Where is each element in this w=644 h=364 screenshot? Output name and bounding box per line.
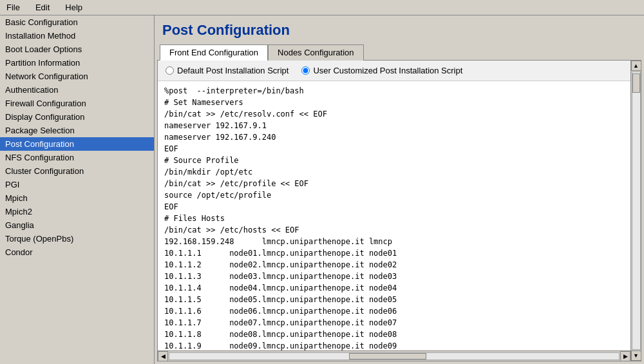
- vscroll-down-btn[interactable]: ▼: [631, 350, 641, 361]
- menubar: File Edit Help: [0, 0, 644, 15]
- sidebar-item-partition-information[interactable]: Partition Information: [0, 56, 154, 70]
- sidebar-item-mpich[interactable]: Mpich: [0, 191, 154, 205]
- panel: Default Post Installation Script User Cu…: [157, 60, 641, 361]
- sidebar-item-ganglia[interactable]: Ganglia: [0, 218, 154, 232]
- sidebar-item-basic-configuration[interactable]: Basic Configuration: [0, 15, 154, 29]
- sidebar-item-network-configuration[interactable]: Network Configuration: [0, 70, 154, 83]
- hscroll-left-btn[interactable]: ◀: [158, 351, 168, 361]
- sidebar-item-installation-method[interactable]: Installation Method: [0, 29, 154, 43]
- panel-main: Default Post Installation Script User Cu…: [158, 61, 630, 361]
- sidebar-item-authentication[interactable]: Authentication: [0, 83, 154, 97]
- radio-default-label: Default Post Installation Script: [177, 66, 289, 75]
- sidebar-item-pgi[interactable]: PGI: [0, 178, 154, 191]
- radio-default-input[interactable]: [166, 66, 174, 75]
- page-title: Post Configuration: [157, 18, 641, 44]
- radio-custom-input[interactable]: [301, 66, 310, 75]
- radio-default[interactable]: Default Post Installation Script: [166, 66, 289, 75]
- radio-custom-label: User Customized Post Installation Script: [313, 66, 462, 75]
- tab-bar: Front End Configuration Nodes Configurat…: [157, 44, 641, 60]
- sidebar-item-condor[interactable]: Condor: [0, 245, 154, 259]
- sidebar-item-torque-openpbs[interactable]: Torque (OpenPbs): [0, 232, 154, 245]
- sidebar-item-nfs-configuration[interactable]: NFS Configuration: [0, 151, 154, 164]
- main-container: Basic ConfigurationInstallation MethodBo…: [0, 15, 644, 364]
- sidebar-item-boot-loader-options[interactable]: Boot Loader Options: [0, 43, 154, 56]
- sidebar-item-display-configuration[interactable]: Display Configuration: [0, 110, 154, 124]
- content-area: Post Configuration Front End Configurati…: [155, 15, 644, 364]
- sidebar-item-post-configuration[interactable]: Post Configuration: [0, 137, 154, 151]
- radio-custom[interactable]: User Customized Post Installation Script: [301, 66, 462, 75]
- vscroll-track[interactable]: [632, 72, 641, 350]
- hscroll-track[interactable]: [169, 352, 620, 360]
- radio-row: Default Post Installation Script User Cu…: [158, 61, 630, 81]
- sidebar-item-package-selection[interactable]: Package Selection: [0, 124, 154, 137]
- hscroll-right-btn[interactable]: ▶: [620, 351, 630, 361]
- sidebar-item-firewall-configuration[interactable]: Firewall Configuration: [0, 97, 154, 110]
- sidebar-item-mpich2[interactable]: Mpich2: [0, 205, 154, 218]
- menu-help[interactable]: Help: [61, 1, 86, 14]
- vscroll-up-btn[interactable]: ▲: [631, 61, 641, 71]
- hscroll-bar: ◀ ▶: [158, 350, 630, 361]
- sidebar: Basic ConfigurationInstallation MethodBo…: [0, 15, 155, 364]
- vscroll-thumb[interactable]: [632, 73, 640, 93]
- panel-inner: Default Post Installation Script User Cu…: [158, 61, 641, 361]
- menu-file[interactable]: File: [3, 1, 24, 14]
- sidebar-item-cluster-configuration[interactable]: Cluster Configuration: [0, 164, 154, 178]
- tab-nodes[interactable]: Nodes Configuration: [268, 44, 364, 61]
- hscroll-thumb[interactable]: [349, 353, 426, 359]
- tab-front-end[interactable]: Front End Configuration: [160, 44, 268, 61]
- menu-edit[interactable]: Edit: [32, 1, 53, 14]
- vscroll: ▲ ▼: [630, 61, 641, 361]
- script-content[interactable]: %post --interpreter=/bin/bash # Set Name…: [158, 81, 630, 350]
